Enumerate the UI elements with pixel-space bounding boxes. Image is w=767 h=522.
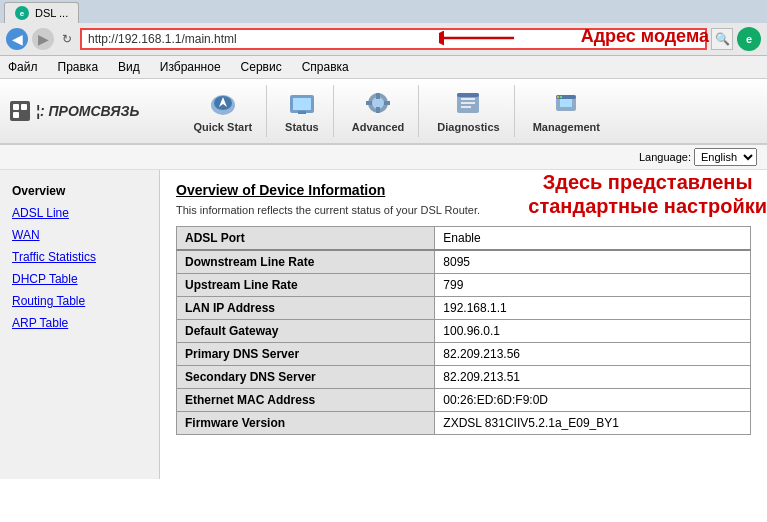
content-area: Overview ADSL Line WAN Traffic Statistic… [0,170,767,479]
table-cell-value: 799 [435,274,751,297]
table-row: Default Gateway100.96.0.1 [177,320,751,343]
sidebar: Overview ADSL Line WAN Traffic Statistic… [0,170,160,479]
table-cell-value: ZXDSL 831CIIV5.2.1a_E09_BY1 [435,412,751,435]
table-cell-label: Downstream Line Rate [177,250,435,274]
router-header: ¦: ПРОМСВЯЗЬ Quick Start [0,79,767,145]
nav-management-label: Management [533,121,600,133]
nav-management[interactable]: Management [519,85,614,137]
menu-view[interactable]: Вид [114,58,144,76]
table-cell-label: Secondary DNS Server [177,366,435,389]
table-row: Firmware VersionZXDSL 831CIIV5.2.1a_E09_… [177,412,751,435]
sidebar-item-wan[interactable]: WAN [0,224,159,246]
nav-advanced-label: Advanced [352,121,405,133]
svg-rect-22 [457,93,479,97]
ie-logo: e [737,27,761,51]
tab-label: DSL ... [35,7,68,19]
tab-bar: e DSL ... [0,0,767,23]
section-title: Overview of Device Information [176,182,385,198]
nav-diagnostics[interactable]: Diagnostics [423,85,514,137]
svg-rect-3 [13,104,19,110]
svg-rect-24 [560,99,572,107]
table-cell-label: ADSL Port [177,227,435,251]
language-bar: Language: English [0,145,767,170]
main-content: Overview of Device Information This info… [160,170,767,479]
svg-rect-10 [293,98,311,110]
table-cell-value: 82.209.213.51 [435,366,751,389]
table-cell-label: Primary DNS Server [177,343,435,366]
search-button[interactable]: 🔍 [711,28,733,50]
nav-status[interactable]: Status [271,85,334,137]
nav-diagnostics-label: Diagnostics [437,121,499,133]
menu-help[interactable]: Справка [298,58,353,76]
table-cell-label: LAN IP Address [177,297,435,320]
svg-rect-17 [384,101,390,105]
ie-logo-letter: e [746,33,752,45]
table-row: LAN IP Address192.168.1.1 [177,297,751,320]
table-cell-label: Upstream Line Rate [177,274,435,297]
router-logo: ¦: ПРОМСВЯЗЬ [10,101,139,121]
refresh-button[interactable]: ↻ [58,30,76,48]
table-row: Ethernet MAC Address00:26:ED:6D:F9:0D [177,389,751,412]
svg-point-26 [557,96,559,98]
back-button[interactable]: ◀ [6,28,28,50]
table-cell-value: 192.168.1.1 [435,297,751,320]
menu-favorites[interactable]: Избранное [156,58,225,76]
browser-tab[interactable]: e DSL ... [4,2,79,23]
address-text: http://192.168.1.1/main.html [88,32,237,46]
browser-toolbar: ◀ ▶ ↻ http://192.168.1.1/main.html 🔍 e [0,23,767,56]
svg-rect-5 [13,112,19,118]
info-table: ADSL PortEnableDownstream Line Rate8095U… [176,226,751,435]
advanced-icon [362,89,394,117]
table-cell-value: 8095 [435,250,751,274]
table-cell-label: Default Gateway [177,320,435,343]
language-label: Language: [639,151,691,163]
nav-quickstart[interactable]: Quick Start [179,85,267,137]
svg-rect-4 [21,104,27,110]
status-icon [286,89,318,117]
svg-rect-16 [366,101,372,105]
sidebar-item-overview[interactable]: Overview [0,180,159,202]
nav-advanced[interactable]: Advanced [338,85,420,137]
sidebar-item-routing-table[interactable]: Routing Table [0,290,159,312]
management-icon [550,89,582,117]
menu-edit[interactable]: Правка [54,58,103,76]
sidebar-item-traffic-statistics[interactable]: Traffic Statistics [0,246,159,268]
nav-items: Quick Start Status [179,85,757,137]
nav-status-label: Status [285,121,319,133]
svg-rect-2 [10,101,30,121]
sidebar-item-arp-table[interactable]: ARP Table [0,312,159,334]
svg-rect-14 [376,93,380,99]
menu-file[interactable]: Файл [4,58,42,76]
svg-rect-15 [376,107,380,113]
table-row: ADSL PortEnable [177,227,751,251]
diagnostics-icon [452,89,484,117]
table-row: Primary DNS Server82.209.213.56 [177,343,751,366]
sidebar-item-adsl-line[interactable]: ADSL Line [0,202,159,224]
table-cell-label: Firmware Version [177,412,435,435]
table-row: Upstream Line Rate799 [177,274,751,297]
table-cell-value: Enable [435,227,751,251]
menu-bar: Файл Правка Вид Избранное Сервис Справка [0,56,767,79]
address-bar[interactable]: http://192.168.1.1/main.html [80,28,707,50]
section-header: Overview of Device Information [176,182,751,198]
quickstart-icon [207,89,239,117]
router-ui: ¦: ПРОМСВЯЗЬ Quick Start [0,79,767,479]
menu-service[interactable]: Сервис [237,58,286,76]
table-cell-value: 82.209.213.56 [435,343,751,366]
table-row: Downstream Line Rate8095 [177,250,751,274]
logo-text: ¦: ПРОМСВЯЗЬ [36,103,139,119]
table-cell-value: 100.96.0.1 [435,320,751,343]
logo-icon [10,101,30,121]
sidebar-item-dhcp-table[interactable]: DHCP Table [0,268,159,290]
forward-button[interactable]: ▶ [32,28,54,50]
table-cell-label: Ethernet MAC Address [177,389,435,412]
nav-quickstart-label: Quick Start [193,121,252,133]
table-cell-value: 00:26:ED:6D:F9:0D [435,389,751,412]
section-subtitle: This information reflects the current st… [176,204,751,216]
svg-point-27 [560,96,562,98]
svg-rect-11 [298,111,306,114]
tab-favicon: e [15,6,29,20]
table-row: Secondary DNS Server82.209.213.51 [177,366,751,389]
language-select[interactable]: English [694,148,757,166]
